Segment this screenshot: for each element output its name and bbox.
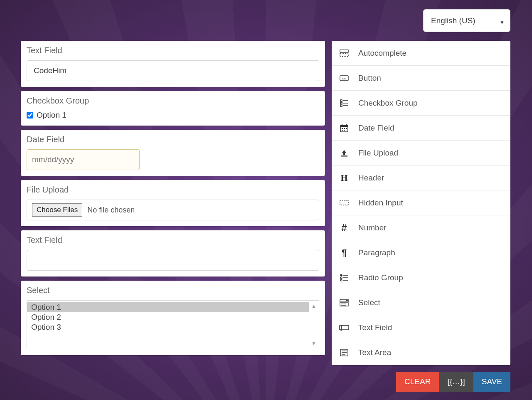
palette-item-label: Button [358, 74, 381, 83]
palette-item-radio-group[interactable]: Radio Group [332, 265, 510, 290]
clear-button[interactable]: CLEAR [396, 372, 439, 392]
select-option[interactable]: Option 3 [27, 322, 309, 332]
palette-item-autocomplete[interactable]: Autocomplete [332, 41, 510, 66]
palette-item-text-area[interactable]: Text Area [332, 340, 510, 365]
scroll-up-icon[interactable]: ▲ [311, 303, 316, 309]
save-button[interactable]: SAVE [473, 372, 510, 392]
field-text-1[interactable]: Text Field [21, 41, 325, 87]
pilcrow-icon: ¶ [339, 247, 349, 258]
svg-point-25 [340, 279, 342, 281]
field-label: Text Field [27, 235, 319, 245]
palette-item-button[interactable]: OK Button [332, 66, 510, 91]
checkbox-group-icon [339, 99, 349, 107]
svg-rect-17 [342, 130, 343, 131]
svg-rect-13 [346, 124, 347, 126]
view-json-button[interactable]: [{…}] [439, 372, 473, 392]
svg-rect-28 [340, 303, 348, 306]
hash-icon: # [339, 222, 349, 234]
svg-rect-20 [340, 201, 348, 205]
checkbox-input[interactable] [27, 112, 33, 119]
svg-rect-1 [340, 54, 348, 57]
svg-rect-8 [340, 105, 342, 106]
autocomplete-icon [339, 49, 349, 57]
palette-item-text-field[interactable]: Text Field [332, 315, 510, 340]
field-checkbox-group[interactable]: Checkbox Group Option 1 [21, 91, 325, 126]
date-input[interactable] [27, 149, 140, 170]
field-label: Checkbox Group [27, 96, 319, 106]
palette-item-file-upload[interactable]: File Upload [332, 141, 510, 165]
svg-rect-14 [342, 128, 343, 129]
svg-rect-11 [340, 125, 348, 127]
select-option[interactable]: Option 2 [27, 312, 309, 322]
field-label: File Upload [27, 185, 319, 195]
palette-item-label: Text Area [358, 348, 391, 357]
palette-item-checkbox-group[interactable]: Checkbox Group [332, 91, 510, 116]
palette-item-label: Hidden Input [358, 198, 403, 207]
svg-text:OK: OK [342, 77, 347, 79]
svg-rect-0 [340, 50, 348, 52]
field-label: Select [27, 286, 319, 295]
palette-item-label: Paragraph [358, 248, 395, 257]
palette-item-label: Autocomplete [358, 49, 406, 58]
svg-rect-27 [340, 299, 348, 302]
palette-item-date-field[interactable]: Date Field [332, 116, 510, 141]
svg-rect-4 [340, 100, 342, 101]
field-date[interactable]: Date Field [21, 130, 325, 176]
hidden-input-icon [339, 200, 349, 205]
checkbox-option-label: Option 1 [37, 111, 66, 120]
palette-item-header[interactable]: H Header [332, 165, 510, 190]
select-listbox[interactable]: ▲ Option 1 Option 2 Option 3 ▼ [27, 300, 319, 349]
field-label: Date Field [27, 135, 319, 144]
svg-rect-16 [346, 128, 347, 129]
text-area-icon [339, 349, 349, 356]
field-file-upload[interactable]: File Upload Choose Files No file chosen [21, 180, 325, 226]
text-input[interactable] [27, 250, 319, 271]
palette-item-hidden-input[interactable]: Hidden Input [332, 190, 510, 215]
svg-rect-6 [340, 102, 342, 104]
form-canvas: Text Field Checkbox Group Option 1 Date … [21, 41, 325, 359]
svg-rect-15 [344, 128, 345, 129]
file-input-wrap[interactable]: Choose Files No file chosen [27, 200, 319, 220]
palette-item-label: Number [358, 223, 387, 232]
header-icon: H [339, 173, 349, 183]
choose-files-button[interactable]: Choose Files [32, 203, 82, 217]
radio-group-icon [339, 274, 349, 281]
control-palette: Autocomplete OK Button Checkbox Group Da… [332, 41, 510, 365]
language-select[interactable]: English (US) [423, 9, 510, 32]
palette-item-label: Radio Group [358, 273, 403, 282]
palette-item-paragraph[interactable]: ¶ Paragraph [332, 240, 510, 265]
svg-rect-19 [341, 156, 347, 157]
palette-item-label: Text Field [358, 323, 392, 332]
svg-point-21 [340, 274, 342, 276]
field-text-2[interactable]: Text Field [21, 230, 325, 277]
text-input[interactable] [27, 60, 319, 81]
checkbox-option[interactable]: Option 1 [27, 111, 319, 120]
action-bar: CLEAR [{…}] SAVE [396, 372, 510, 392]
svg-rect-12 [342, 124, 342, 126]
select-option[interactable]: Option 1 [27, 302, 309, 312]
palette-item-select[interactable]: Select [332, 290, 510, 315]
palette-item-label: Select [358, 298, 380, 307]
palette-item-label: Header [358, 173, 384, 183]
file-status-text: No file chosen [87, 206, 135, 215]
palette-item-label: Checkbox Group [358, 99, 418, 108]
field-select[interactable]: Select ▲ Option 1 Option 2 Option 3 ▼ [21, 281, 325, 355]
scroll-down-icon[interactable]: ▼ [311, 341, 316, 346]
calendar-icon [339, 124, 349, 132]
svg-point-23 [340, 277, 342, 279]
select-icon [339, 299, 349, 306]
text-field-icon [339, 325, 349, 331]
button-icon: OK [339, 75, 349, 81]
palette-item-number[interactable]: # Number [332, 215, 510, 240]
palette-item-label: File Upload [358, 148, 398, 158]
upload-icon [339, 149, 349, 157]
svg-rect-18 [344, 130, 345, 131]
palette-item-label: Date Field [358, 123, 394, 133]
field-label: Text Field [27, 46, 319, 55]
